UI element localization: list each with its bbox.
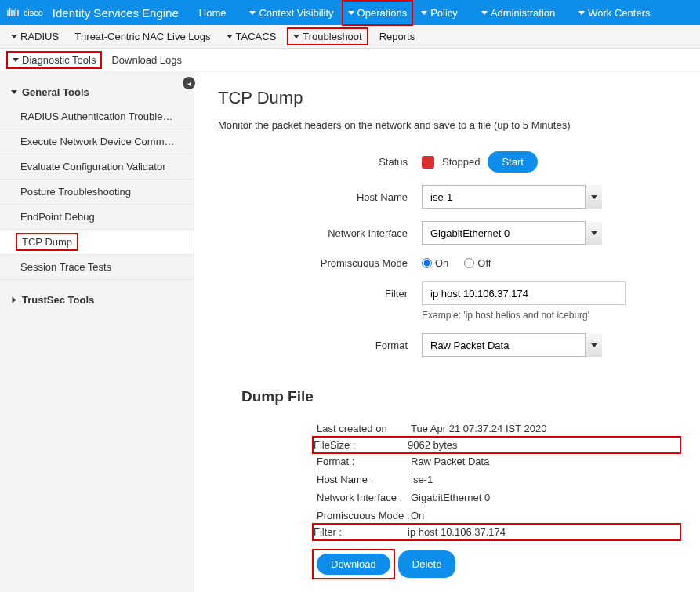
chevron-down-icon — [585, 221, 602, 245]
logo: ılıılı cisco — [6, 6, 43, 19]
delete-button[interactable]: Delete — [398, 550, 456, 578]
sidebar-list: RADIUS Authentication Trouble… Execute N… — [0, 104, 194, 280]
sidebar-item-posture[interactable]: Posture Troubleshooting — [0, 180, 194, 205]
nav-administration[interactable]: Administration — [470, 2, 566, 24]
sidebar-item-tcp-dump[interactable]: TCP Dump — [0, 230, 194, 255]
filter-input[interactable] — [422, 281, 626, 305]
format-label: Format — [218, 340, 422, 351]
caret-icon — [13, 297, 16, 303]
page-description: Monitor the packet headers on the networ… — [218, 119, 676, 131]
sidebar: ◂ General Tools RADIUS Authentication Tr… — [0, 72, 194, 592]
interface-input[interactable] — [422, 221, 602, 245]
top-nav: ılıılı cisco Identity Services Engine Ho… — [0, 0, 700, 25]
nav-policy[interactable]: Policy — [410, 2, 469, 24]
sidebar-item-endpoint-debug[interactable]: EndPoint Debug — [0, 205, 194, 230]
filter-hint: Example: 'ip host helios and not iceburg… — [422, 310, 589, 321]
promiscuous-on-radio[interactable]: On — [422, 257, 448, 269]
sidebar-collapse-button[interactable]: ◂ — [183, 77, 195, 89]
format-select[interactable] — [422, 333, 602, 357]
nav-context[interactable]: Context Visibility — [238, 2, 344, 24]
subnav-threat[interactable]: Threat-Centric NAC Live Logs — [74, 31, 210, 42]
sidebar-item-eval-config[interactable]: Evaluate Configuration Validator — [0, 154, 194, 180]
format-input[interactable] — [422, 333, 602, 357]
interface-label: Network Interface — [218, 227, 422, 239]
dump-filter-value: ip host 10.106.37.174 — [408, 526, 506, 538]
hostname-select[interactable] — [422, 185, 602, 209]
page-title: TCP Dump — [218, 88, 676, 108]
caret-icon — [11, 35, 17, 38]
start-button[interactable]: Start — [488, 151, 537, 173]
chevron-down-icon — [585, 185, 602, 209]
filter-label: Filter — [218, 288, 422, 300]
dump-filesize-label: FileSize : — [314, 439, 408, 451]
caret-icon — [227, 35, 233, 38]
dump-promiscuous-value: On — [411, 510, 424, 521]
sidebar-item-radius-auth[interactable]: RADIUS Authentication Trouble… — [0, 104, 194, 129]
download-button[interactable]: Download — [317, 554, 390, 575]
dump-host-label: Host Name : — [317, 474, 411, 485]
sidebar-section-trustsec[interactable]: TrustSec Tools — [0, 280, 194, 312]
dump-created-label: Last created on — [317, 423, 411, 434]
sub-nav: RADIUS Threat-Centric NAC Live Logs TACA… — [0, 25, 700, 49]
hostname-input[interactable] — [422, 185, 602, 209]
tertiary-nav: Diagnostic Tools Download Logs — [0, 49, 700, 72]
interface-select[interactable] — [422, 221, 602, 245]
dump-file-section: Dump File Last created onTue Apr 21 07:3… — [241, 388, 676, 578]
sidebar-item-execute-cmd[interactable]: Execute Network Device Comm… — [0, 129, 194, 154]
dump-file-title: Dump File — [241, 388, 676, 405]
dump-created-value: Tue Apr 21 07:37:24 IST 2020 — [411, 423, 546, 434]
dump-format-value: Raw Packet Data — [411, 456, 489, 467]
promiscuous-off-radio[interactable]: Off — [464, 257, 491, 269]
promiscuous-label: Promiscuous Mode — [218, 257, 422, 269]
subnav-troubleshoot[interactable]: Troubleshoot — [287, 27, 368, 45]
sidebar-section-general[interactable]: General Tools — [0, 72, 194, 104]
subnav-radius[interactable]: RADIUS — [11, 31, 59, 42]
dump-filter-label: Filter : — [314, 526, 408, 538]
status-label: Status — [218, 156, 422, 168]
content: TCP Dump Monitor the packet headers on t… — [194, 72, 700, 592]
subnav-reports[interactable]: Reports — [379, 31, 415, 42]
caret-icon — [481, 11, 488, 15]
caret-icon — [293, 35, 299, 38]
caret-icon — [13, 58, 19, 62]
ternav-download-logs[interactable]: Download Logs — [111, 54, 182, 66]
stopped-icon — [422, 156, 434, 169]
dump-host-value: ise-1 — [411, 474, 433, 485]
nav-operations[interactable]: Operations — [342, 0, 414, 26]
nav-work-centers[interactable]: Work Centers — [568, 2, 661, 24]
nav-home[interactable]: Home — [188, 2, 238, 24]
cisco-logo-icon: ılıılı — [6, 6, 19, 19]
dump-interface-label: Network Interface : — [317, 492, 411, 503]
hostname-label: Host Name — [218, 191, 422, 203]
caret-icon — [421, 11, 427, 15]
dump-interface-value: GigabitEthernet 0 — [411, 492, 490, 503]
sidebar-item-session-trace[interactable]: Session Trace Tests — [0, 255, 194, 280]
status-value: Stopped — [442, 156, 480, 168]
caret-icon — [249, 11, 256, 15]
chevron-down-icon — [585, 333, 602, 357]
dump-filesize-value: 9062 bytes — [408, 439, 458, 451]
caret-icon — [348, 11, 354, 15]
caret-icon — [11, 90, 17, 94]
ternav-diagnostic-tools[interactable]: Diagnostic Tools — [6, 51, 102, 69]
caret-icon — [578, 11, 585, 15]
subnav-tacacs[interactable]: TACACS — [227, 31, 277, 42]
cisco-text: cisco — [24, 8, 43, 17]
brand-title: Identity Services Engine — [53, 6, 179, 20]
dump-format-label: Format : — [317, 456, 411, 467]
dump-promiscuous-label: Promiscuous Mode : — [317, 510, 411, 521]
